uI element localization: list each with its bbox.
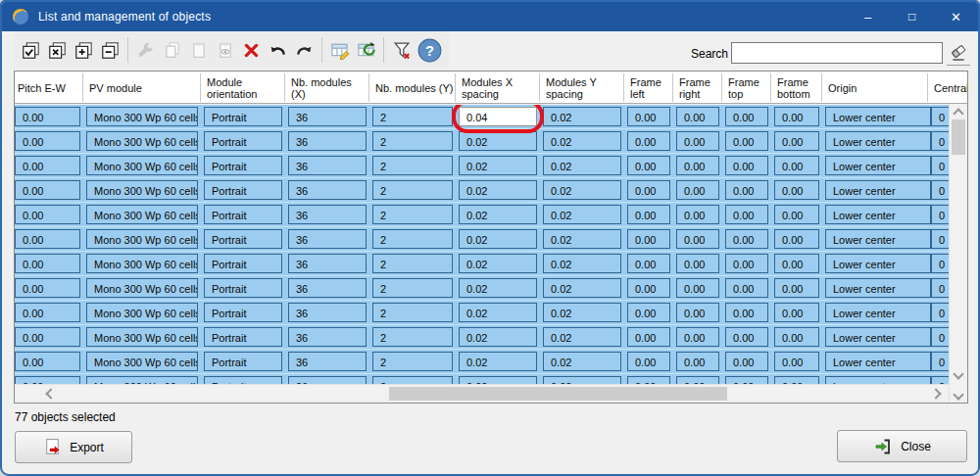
maximize-button[interactable]: □: [890, 2, 934, 31]
cell-pv_module[interactable]: Mono 300 Wp 60 cells: [86, 376, 198, 384]
cell-central[interactable]: 0: [931, 131, 949, 151]
cell-modules_y_spacing[interactable]: 0.02: [543, 254, 621, 273]
cell-modules_x_spacing[interactable]: 0.02: [459, 205, 537, 224]
cell-pv_module[interactable]: Mono 300 Wp 60 cells: [86, 303, 198, 322]
cell-nb_modules_y[interactable]: 2: [372, 180, 453, 200]
cell-orientation[interactable]: Portrait: [204, 254, 282, 273]
cell-modules_y_spacing[interactable]: 0.02: [543, 376, 621, 384]
cell-frame_left[interactable]: 0.00: [627, 229, 670, 249]
cell-nb_modules_x[interactable]: 36: [288, 352, 367, 371]
cell-frame_top[interactable]: 0.00: [725, 205, 768, 224]
column-header-orientation[interactable]: Module orientation: [207, 71, 283, 104]
cell-pv_module[interactable]: Mono 300 Wp 60 cells: [86, 327, 198, 347]
cell-frame_left[interactable]: 0.00: [627, 303, 670, 322]
select-check-icon[interactable]: [18, 37, 44, 64]
cell-orientation[interactable]: Portrait: [204, 156, 282, 175]
cell-frame_top[interactable]: 0.00: [725, 278, 768, 298]
cell-origin[interactable]: Lower center: [825, 303, 931, 322]
minimize-button[interactable]: –: [846, 2, 890, 31]
remove-box-icon[interactable]: [97, 37, 123, 64]
cell-nb_modules_x[interactable]: 36: [288, 303, 367, 322]
cell-frame_left[interactable]: 0.00: [627, 131, 670, 151]
scroll-left-icon[interactable]: [45, 388, 56, 399]
table-row[interactable]: 0.00Mono 300 Wp 60 cellsPortrait3620.020…: [15, 276, 949, 301]
undo-icon[interactable]: [265, 37, 291, 64]
cell-frame_top[interactable]: 0.00: [725, 327, 768, 347]
cell-nb_modules_y[interactable]: 2: [372, 107, 453, 126]
cell-nb_modules_x[interactable]: 36: [288, 327, 367, 347]
cell-central[interactable]: 0: [931, 107, 949, 126]
eraser-icon[interactable]: [947, 40, 970, 66]
column-header-nb_modules_x[interactable]: Nb. modules (X): [291, 71, 368, 104]
cell-orientation[interactable]: Portrait: [204, 327, 282, 347]
cell-pitch_ew[interactable]: 0.00: [15, 254, 80, 273]
cell-nb_modules_x[interactable]: 36: [288, 278, 367, 298]
cell-frame_right[interactable]: 0.00: [676, 131, 719, 151]
cell-frame_top[interactable]: 0.00: [725, 107, 768, 126]
cell-orientation[interactable]: Portrait: [204, 376, 282, 384]
filter-clear-icon[interactable]: [388, 37, 415, 64]
cell-origin[interactable]: Lower center: [825, 107, 931, 126]
cell-pitch_ew[interactable]: 0.00: [15, 229, 80, 249]
cell-modules_y_spacing[interactable]: 0.02: [543, 303, 621, 322]
cell-origin[interactable]: Lower center: [825, 229, 931, 249]
cell-modules_x_spacing[interactable]: 0.02: [459, 254, 537, 273]
cell-nb_modules_x[interactable]: 36: [288, 376, 367, 384]
scroll-down-corner-icon[interactable]: [953, 389, 963, 400]
table-row[interactable]: 0.00Mono 300 Wp 60 cellsPortrait3620.020…: [15, 129, 949, 154]
cell-modules_x_spacing[interactable]: 0.04: [459, 107, 537, 126]
cell-modules_y_spacing[interactable]: 0.02: [543, 352, 621, 371]
cell-nb_modules_y[interactable]: 2: [372, 278, 453, 298]
redo-icon[interactable]: [291, 37, 318, 64]
cell-pitch_ew[interactable]: 0.00: [15, 205, 80, 224]
column-header-central[interactable]: Central: [934, 71, 967, 104]
cell-origin[interactable]: Lower center: [825, 327, 931, 347]
add-box-icon[interactable]: [71, 37, 97, 64]
cell-frame_bottom[interactable]: 0.00: [774, 303, 819, 322]
cell-frame_bottom[interactable]: 0.00: [774, 107, 819, 126]
cell-frame_right[interactable]: 0.00: [676, 180, 719, 200]
cell-frame_left[interactable]: 0.00: [627, 205, 670, 224]
cell-nb_modules_x[interactable]: 36: [288, 156, 367, 175]
cell-pv_module[interactable]: Mono 300 Wp 60 cells: [86, 278, 198, 298]
table-row[interactable]: 0.00Mono 300 Wp 60 cellsPortrait3620.020…: [15, 374, 949, 384]
cell-pv_module[interactable]: Mono 300 Wp 60 cells: [86, 156, 198, 175]
cell-modules_y_spacing[interactable]: 0.02: [543, 327, 621, 347]
horizontal-scrollbar[interactable]: [15, 384, 949, 403]
cell-frame_top[interactable]: 0.00: [725, 352, 768, 371]
cell-frame_bottom[interactable]: 0.00: [774, 205, 819, 224]
cell-pv_module[interactable]: Mono 300 Wp 60 cells: [86, 180, 198, 200]
cell-nb_modules_y[interactable]: 2: [372, 131, 453, 151]
cell-central[interactable]: 0: [931, 254, 949, 273]
cell-frame_top[interactable]: 0.00: [725, 229, 768, 249]
cell-modules_y_spacing[interactable]: 0.02: [543, 205, 621, 224]
cell-modules_x_spacing[interactable]: 0.02: [459, 180, 537, 200]
select-none-icon[interactable]: [44, 37, 71, 64]
cell-frame_bottom[interactable]: 0.00: [774, 156, 819, 175]
cell-modules_y_spacing[interactable]: 0.02: [543, 180, 621, 200]
cell-pv_module[interactable]: Mono 300 Wp 60 cells: [86, 352, 198, 371]
table-refresh-icon[interactable]: [353, 37, 379, 64]
cell-frame_bottom[interactable]: 0.00: [774, 229, 819, 249]
table-row[interactable]: 0.00Mono 300 Wp 60 cellsPortrait3620.020…: [15, 227, 949, 252]
cell-frame_right[interactable]: 0.00: [676, 107, 719, 126]
cell-nb_modules_y[interactable]: 2: [372, 156, 453, 175]
cell-nb_modules_y[interactable]: 2: [372, 229, 453, 249]
table-row[interactable]: 0.00Mono 300 Wp 60 cellsPortrait3620.020…: [15, 154, 949, 178]
cell-nb_modules_x[interactable]: 36: [288, 107, 367, 126]
cell-nb_modules_y[interactable]: 2: [372, 376, 453, 384]
cell-frame_left[interactable]: 0.00: [627, 180, 670, 200]
cell-frame_right[interactable]: 0.00: [676, 205, 719, 224]
cell-orientation[interactable]: Portrait: [204, 107, 282, 126]
cell-orientation[interactable]: Portrait: [204, 352, 282, 371]
cell-frame_bottom[interactable]: 0.00: [774, 180, 819, 200]
export-button[interactable]: Export: [15, 431, 132, 463]
cell-frame_bottom[interactable]: 0.00: [774, 352, 819, 371]
help-icon[interactable]: ?: [415, 37, 445, 64]
cell-modules_y_spacing[interactable]: 0.02: [543, 156, 621, 175]
cell-frame_top[interactable]: 0.00: [725, 131, 768, 151]
cell-modules_x_spacing[interactable]: 0.02: [459, 352, 537, 371]
table-row[interactable]: 0.00Mono 300 Wp 60 cellsPortrait3620.020…: [15, 252, 949, 276]
scroll-up-icon[interactable]: [953, 108, 963, 119]
cell-central[interactable]: 0: [931, 376, 949, 384]
